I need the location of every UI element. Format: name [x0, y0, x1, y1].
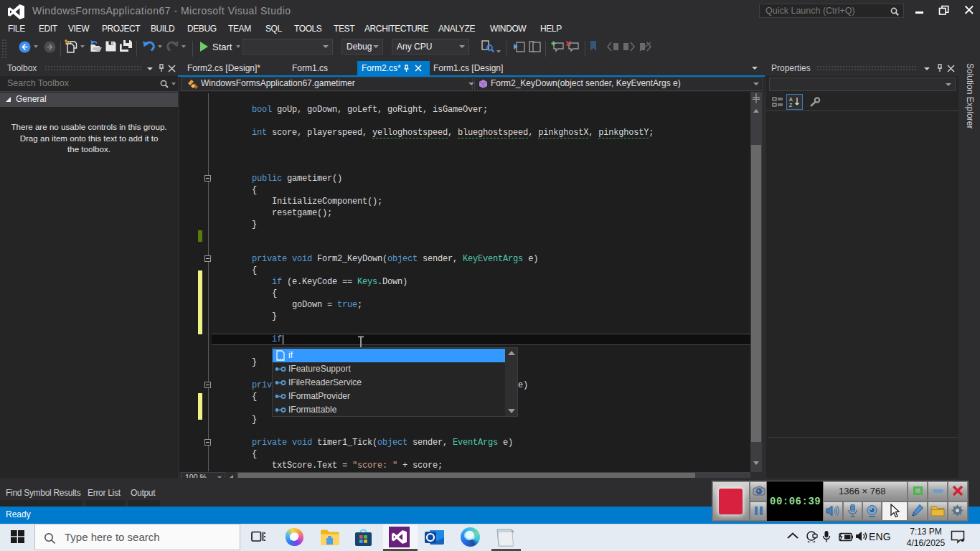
svg-text:Z: Z — [789, 103, 793, 108]
svg-text:A: A — [789, 97, 793, 102]
